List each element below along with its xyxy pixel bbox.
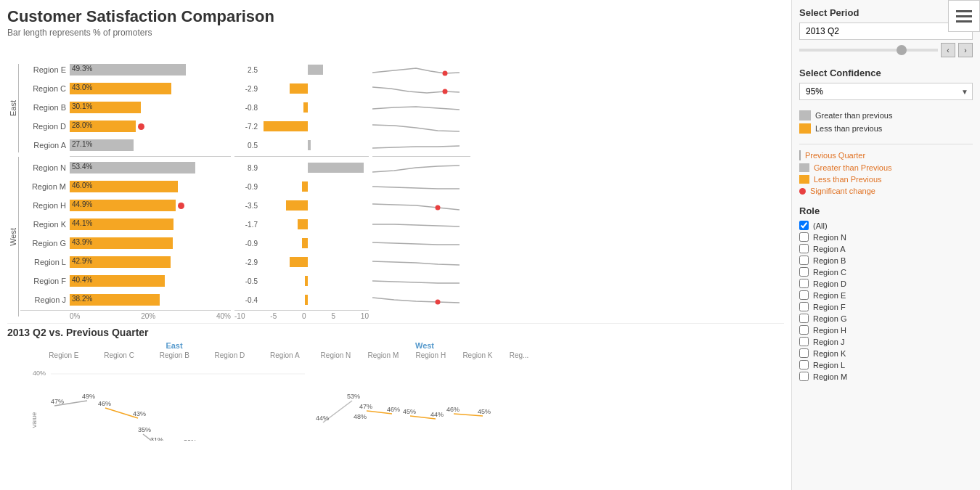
role-e-checkbox[interactable] [799, 290, 809, 300]
legend-greater-prev: Greater than Previous [799, 163, 973, 172]
legend-significant: Significant change [799, 187, 973, 195]
bottom-west-svg: 44% 53% 47% 46% 48% 45 [312, 361, 530, 441]
delta-bar-e [308, 65, 323, 75]
page-title: Customer Satisfaction Comparison [7, 7, 784, 26]
role-region-a: Region A [799, 244, 973, 253]
bottom-west: West Region N Region M Region H Region K… [312, 341, 537, 446]
menu-icon-line3 [956, 20, 972, 23]
role-n-checkbox[interactable] [799, 232, 809, 242]
delta-bar-h [286, 200, 308, 211]
bar-chart: Region E 49.3% Region C 43.0% [20, 44, 231, 320]
bottom-chart-area: East Region E Region C Region B Region D… [7, 341, 784, 446]
legend-less-prev: Less than Previous [799, 175, 973, 184]
trend-row-n [372, 159, 470, 176]
delta-bar-b [303, 102, 309, 113]
bottom-line-h: 45% 44% [403, 408, 444, 419]
role-all-checkbox[interactable] [799, 221, 809, 230]
west-group-label: West [7, 157, 19, 317]
svg-text:49%: 49% [82, 393, 95, 400]
trend-svg-g [372, 236, 467, 250]
delta-bar-m [302, 181, 308, 192]
significant-dot-h [178, 203, 184, 209]
role-m-checkbox[interactable] [799, 372, 809, 381]
delta-divider [234, 156, 369, 157]
bar-j: 38.2% [70, 294, 160, 306]
role-j-checkbox[interactable] [799, 337, 809, 346]
bar-row-region-h: Region H 44.9% [20, 197, 231, 214]
legend-significant-label: Significant change [810, 187, 875, 195]
role-section: Role (All) Region N Region A Region B Re… [799, 205, 973, 381]
significant-dot-d [138, 123, 144, 130]
role-region-d: Region D [799, 279, 973, 288]
confidence-select[interactable]: 90% 95% 99% [799, 83, 973, 100]
bar-b: 30.1% [70, 102, 141, 113]
trend-svg-b [372, 100, 467, 115]
role-l-checkbox[interactable] [799, 360, 809, 369]
role-c-checkbox[interactable] [799, 267, 809, 277]
role-all: (All) [799, 221, 973, 230]
svg-text:47%: 47% [359, 403, 372, 410]
bar-axis: 0% 20% 40% [20, 310, 231, 320]
trend-row-m [372, 178, 470, 195]
trend-svg-c [372, 81, 467, 96]
bar-row-region-a: Region A 27.1% [20, 136, 231, 154]
role-h-checkbox[interactable] [799, 325, 809, 335]
bar-n: 53.4% [70, 162, 195, 173]
role-region-h: Region H [799, 325, 973, 335]
role-f-checkbox[interactable] [799, 302, 809, 311]
delta-row-f: -0.5 [234, 272, 369, 290]
period-input[interactable] [799, 23, 973, 40]
role-g-checkbox[interactable] [799, 314, 809, 323]
bar-row-region-e: Region E 49.3% [20, 61, 231, 78]
delta-row-m: -0.9 [234, 178, 369, 195]
delta-bar-a [308, 140, 311, 150]
delta-row-h: -3.5 [234, 197, 369, 214]
svg-text:31%: 31% [150, 436, 163, 441]
legend-prev-quarter: Previous Quarter [799, 150, 973, 160]
legend-orange-box [799, 175, 809, 184]
delta-row-c: -2.9 [234, 80, 369, 97]
svg-text:44%: 44% [430, 411, 444, 418]
slider-wrap: ‹ › [799, 43, 973, 57]
legend-gray-box [799, 163, 809, 172]
bar-row-region-m: Region M 46.0% [20, 178, 231, 195]
bar-row-region-b: Region B 30.1% [20, 99, 231, 116]
menu-button[interactable] [948, 0, 980, 32]
svg-text:47%: 47% [51, 398, 64, 405]
bar-row-region-k: Region K 44.1% [20, 216, 231, 233]
svg-text:43%: 43% [133, 410, 146, 417]
prev-period-button[interactable]: ‹ [941, 43, 955, 57]
group-divider [70, 156, 231, 157]
delta-bar-j [305, 295, 308, 305]
delta-bar-n [308, 163, 364, 173]
next-period-button[interactable]: › [958, 43, 973, 57]
west-rows: Region N 53.4% Region M 46.0% [20, 159, 231, 309]
legend-greater-label: Greater than previous [815, 111, 892, 120]
bar-l: 42.9% [70, 256, 171, 268]
bar-row-region-f: Region F 40.4% [20, 272, 231, 290]
role-b-checkbox[interactable] [799, 256, 809, 265]
slider-track[interactable] [799, 49, 938, 52]
delta-row-k: -1.7 [234, 216, 369, 233]
trend-row-h [372, 197, 470, 214]
bottom-east: East Region E Region C Region B Region D… [7, 341, 312, 446]
slider-thumb[interactable] [897, 45, 907, 55]
trend-svg-f [372, 274, 467, 288]
delta-row-d: -7.2 [234, 118, 369, 135]
role-region-l: Region L [799, 360, 973, 369]
role-k-checkbox[interactable] [799, 348, 809, 358]
bottom-line-b: 31% 30% 35% [138, 426, 197, 441]
bar-d: 28.0% [70, 121, 136, 132]
role-region-c: Region C [799, 267, 973, 277]
trend-row-b [372, 99, 470, 116]
svg-text:45%: 45% [403, 408, 416, 415]
role-d-checkbox[interactable] [799, 279, 809, 288]
east-rows: Region E 49.3% Region C 43.0% [20, 61, 231, 154]
bar-f: 40.4% [70, 275, 165, 287]
role-a-checkbox[interactable] [799, 244, 809, 253]
legend-dot-icon [799, 188, 806, 195]
trend-svg-j [372, 293, 467, 307]
trend-row-e [372, 61, 470, 78]
delta-chart: .drow { display:flex; align-items:center… [231, 44, 369, 320]
svg-text:53%: 53% [347, 393, 360, 400]
